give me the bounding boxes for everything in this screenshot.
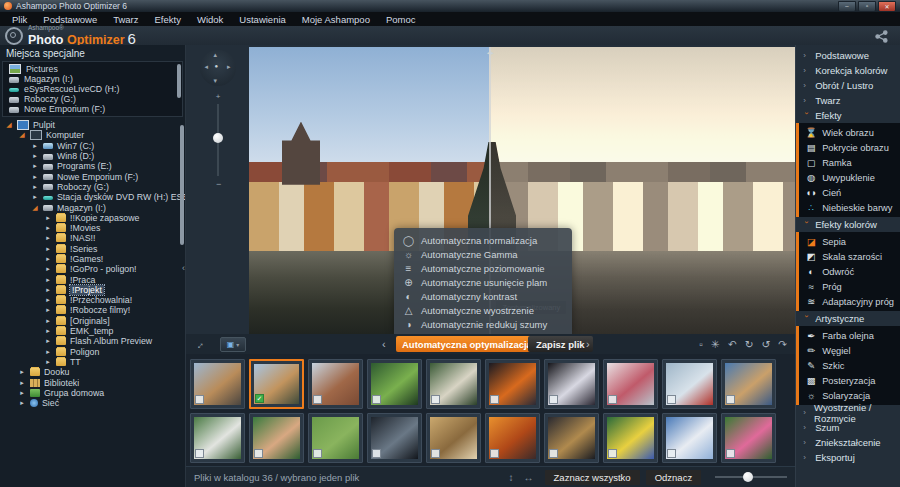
section-obrót-lustro[interactable]: ›Obrót / Lustro (796, 78, 900, 93)
tree-item[interactable]: ▸Flash Album Preview (0, 336, 185, 346)
auto-menu-item[interactable]: ⊕Automatyczne usunięcie plam (394, 275, 572, 289)
checkbox[interactable] (372, 395, 381, 404)
effect-szkic[interactable]: ✎Szkic (799, 358, 900, 373)
auto-menu-item[interactable]: ◐Automatyczny kontrast (394, 289, 572, 303)
expanded-arrow-icon[interactable]: ◢ (31, 204, 39, 212)
collapsed-arrow-icon[interactable]: ▸ (31, 142, 39, 150)
deselect-button[interactable]: Odznacz (646, 470, 702, 485)
thumbnail-crosswalk[interactable] (190, 413, 245, 463)
thumbnail-boy-portrait[interactable] (249, 413, 304, 463)
tree-item[interactable]: ▸!GoPro - poligon! (0, 264, 185, 274)
effect-posteryzacja[interactable]: ▩Posteryzacja (799, 373, 900, 388)
tree-item[interactable]: ▸Sieć (0, 398, 185, 408)
collapsed-arrow-icon[interactable]: ▸ (18, 389, 26, 397)
tree-item[interactable]: ▸!Robocze filmy! (0, 305, 185, 315)
section-zniekształcenie[interactable]: ›Zniekształcenie (796, 435, 900, 450)
collapsed-arrow-icon[interactable]: ▸ (44, 327, 52, 335)
close-button[interactable]: ✕ (878, 1, 896, 12)
checkbox[interactable] (254, 449, 263, 458)
tree-scrollbar[interactable] (180, 125, 184, 245)
split-handle-icon[interactable]: ◂▸ (484, 49, 496, 56)
minimize-button[interactable]: – (838, 1, 856, 12)
collapsed-arrow-icon[interactable]: ▸ (31, 183, 39, 191)
section-eksportuj[interactable]: ›Eksportuj (796, 450, 900, 465)
select-all-button[interactable]: Zaznacz wszystko (545, 470, 640, 485)
pan-up-icon[interactable]: ▴ (214, 51, 218, 59)
collapsed-arrow-icon[interactable]: ▸ (44, 276, 52, 284)
checkbox[interactable] (431, 395, 440, 404)
expanded-arrow-icon[interactable]: ◢ (18, 131, 26, 139)
tree-item[interactable]: ▸!NAS!! (0, 233, 185, 243)
checkbox[interactable] (372, 449, 381, 458)
thumbnail-car-mirror[interactable] (367, 413, 422, 463)
checkbox[interactable] (195, 449, 204, 458)
thumbnail-spring-blossoms[interactable] (662, 413, 717, 463)
tree-item[interactable]: ▸Biblioteki (0, 377, 185, 387)
zoom-in-icon[interactable]: + (212, 93, 224, 101)
tree-item[interactable]: ▸!Series (0, 244, 185, 254)
collapsed-arrow-icon[interactable]: ▸ (18, 379, 26, 387)
collapsed-arrow-icon[interactable]: ▸ (44, 317, 52, 325)
checkbox[interactable] (667, 395, 676, 404)
section-korekcja-kolorów[interactable]: ›Korekcja kolorów (796, 63, 900, 78)
collapsed-arrow-icon[interactable]: ▸ (44, 286, 52, 294)
menu-pomoc[interactable]: Pomoc (378, 14, 424, 25)
save-file-button[interactable]: Zapisz plik (528, 336, 593, 352)
tree-item[interactable]: ▸TT (0, 357, 185, 367)
marquee-selection-icon[interactable]: ▫ (699, 338, 703, 350)
tree-item[interactable]: ▸EMK_temp (0, 326, 185, 336)
tree-item[interactable]: ▸!Projekt (0, 285, 185, 295)
collapsed-arrow-icon[interactable]: ▸ (18, 368, 26, 376)
effect-niebieskie-barwy[interactable]: ∴Niebieskie barwy (799, 200, 900, 215)
next-photo-button[interactable]: › (586, 338, 590, 350)
slider-knob[interactable] (743, 472, 753, 482)
checkbox[interactable] (549, 449, 558, 458)
auto-menu-item[interactable]: ◯Automatyczna normalizacja (394, 233, 572, 247)
tree-item[interactable]: ▸!Movies (0, 223, 185, 233)
zoom-slider[interactable]: + − (212, 93, 224, 188)
section-twarz[interactable]: ›Twarz (796, 93, 900, 108)
tree-item[interactable]: ▸!!Kopie zapasowe (0, 213, 185, 223)
tree-item[interactable]: ▸Win7 (C:) (0, 141, 185, 151)
effect-uwypuklenie[interactable]: ◍Uwypuklenie (799, 170, 900, 185)
tree-item[interactable]: ▸Nowe Emporium (F:) (0, 171, 185, 181)
section-efekty-kolorów[interactable]: ›Efekty kolorów (796, 217, 900, 232)
compare-view-button[interactable]: ▣▾ (220, 337, 246, 352)
effect-wiek-obrazu[interactable]: ⌛Wiek obrazu (799, 125, 900, 140)
thumbnail-yellow-flowers[interactable] (603, 413, 658, 463)
menu-podstawowe[interactable]: Podstawowe (35, 14, 105, 25)
thumbnail-sunset-sea[interactable] (485, 413, 540, 463)
effect-odwróć[interactable]: ◐Odwróć (799, 264, 900, 279)
places-item[interactable]: Roboczy (G:) (3, 94, 182, 104)
tree-item[interactable]: ◢Komputer (0, 130, 185, 140)
checkbox[interactable] (313, 395, 322, 404)
tree-item[interactable]: ▸!Games! (0, 254, 185, 264)
menu-moje-ashampoo[interactable]: Moje Ashampoo (294, 14, 378, 25)
collapsed-arrow-icon[interactable]: ▸ (44, 214, 52, 222)
thumbnail-city-panorama[interactable] (308, 359, 363, 409)
effect-skala-szarości[interactable]: ◩Skala szarości (799, 249, 900, 264)
checkbox[interactable] (726, 395, 735, 404)
effect-węgiel[interactable]: ✏Węgiel (799, 343, 900, 358)
collapsed-arrow-icon[interactable]: ▸ (44, 348, 52, 356)
checkbox[interactable] (608, 395, 617, 404)
maximize-button[interactable]: ▫ (858, 1, 876, 12)
zoom-knob[interactable] (213, 133, 223, 143)
section-artystyczne[interactable]: ›Artystyczne (796, 311, 900, 326)
magic-wand-icon[interactable]: ✳ (711, 338, 720, 350)
tree-item[interactable]: ▸Programs (E:) (0, 161, 185, 171)
thumbnail-pink-rose[interactable] (721, 413, 776, 463)
thumbnail-meadow-birds[interactable] (308, 413, 363, 463)
thumbnail-gold-statue[interactable] (426, 413, 481, 463)
effect-farba-olejna[interactable]: ✒Farba olejna (799, 328, 900, 343)
checkbox[interactable] (313, 449, 322, 458)
checkbox[interactable] (726, 449, 735, 458)
collapsed-arrow-icon[interactable]: ▸ (44, 234, 52, 242)
collapsed-arrow-icon[interactable]: ▸ (44, 306, 52, 314)
menu-plik[interactable]: Plik (4, 14, 35, 25)
zoom-out-icon[interactable]: − (216, 180, 221, 188)
menu-widok[interactable]: Widok (189, 14, 231, 25)
effect-próg[interactable]: ≈Próg (799, 279, 900, 294)
resize-vertical-icon[interactable]: ↕ (509, 472, 514, 483)
tree-item[interactable]: ◢Magazyn (I:) (0, 202, 185, 212)
